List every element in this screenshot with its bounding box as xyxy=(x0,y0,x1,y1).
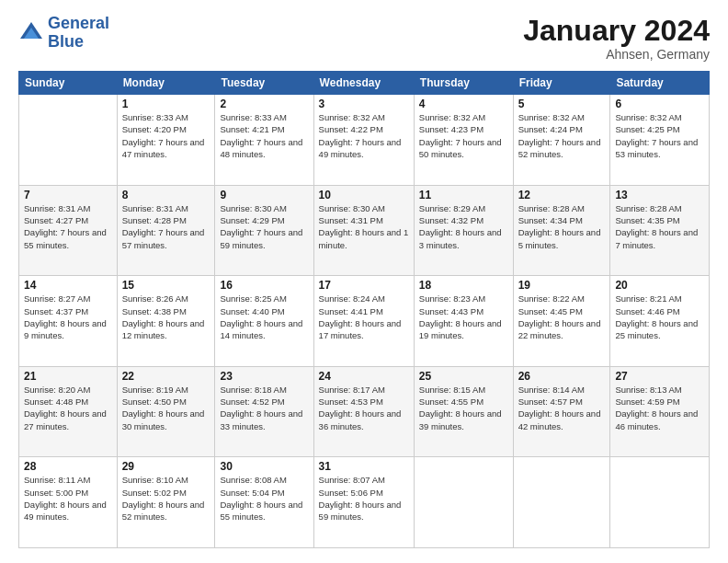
calendar-cell-w3-d1: 14Sunrise: 8:27 AM Sunset: 4:37 PM Dayli… xyxy=(19,276,118,367)
day-number: 5 xyxy=(518,98,606,110)
title-section: January 2024 Ahnsen, Germany xyxy=(523,15,710,62)
day-number: 6 xyxy=(615,98,704,110)
day-info: Sunrise: 8:19 AM Sunset: 4:50 PM Dayligh… xyxy=(122,384,210,432)
day-number: 11 xyxy=(419,189,508,201)
day-number: 10 xyxy=(319,189,409,201)
day-number: 2 xyxy=(220,98,308,110)
day-number: 26 xyxy=(518,370,606,383)
day-number: 13 xyxy=(615,189,704,201)
calendar-cell-w1-d3: 2Sunrise: 8:33 AM Sunset: 4:21 PM Daylig… xyxy=(215,95,313,186)
day-info: Sunrise: 8:22 AM Sunset: 4:45 PM Dayligh… xyxy=(518,293,606,341)
day-number: 23 xyxy=(220,370,308,383)
day-info: Sunrise: 8:30 AM Sunset: 4:29 PM Dayligh… xyxy=(220,202,308,251)
header-friday: Friday xyxy=(513,72,610,95)
calendar-cell-w5-d7 xyxy=(610,457,710,548)
calendar-cell-w1-d2: 1Sunrise: 8:33 AM Sunset: 4:20 PM Daylig… xyxy=(117,95,215,186)
calendar-week-4: 21Sunrise: 8:20 AM Sunset: 4:48 PM Dayli… xyxy=(19,366,710,457)
calendar-cell-w1-d7: 6Sunrise: 8:32 AM Sunset: 4:25 PM Daylig… xyxy=(610,95,710,186)
page: General Blue January 2024 Ahnsen, German… xyxy=(0,0,728,563)
day-number: 25 xyxy=(419,370,508,383)
logo-line1: General xyxy=(48,14,109,32)
calendar-cell-w4-d6: 26Sunrise: 8:14 AM Sunset: 4:57 PM Dayli… xyxy=(513,366,610,457)
calendar-cell-w1-d5: 4Sunrise: 8:32 AM Sunset: 4:23 PM Daylig… xyxy=(414,95,513,186)
calendar-cell-w5-d5 xyxy=(414,457,513,548)
day-number: 15 xyxy=(122,279,210,292)
header-saturday: Saturday xyxy=(610,72,710,95)
day-info: Sunrise: 8:30 AM Sunset: 4:31 PM Dayligh… xyxy=(319,202,409,251)
calendar-week-3: 14Sunrise: 8:27 AM Sunset: 4:37 PM Dayli… xyxy=(19,276,710,367)
calendar-cell-w1-d1 xyxy=(19,95,118,186)
day-number: 27 xyxy=(615,370,704,383)
logo-line2: Blue xyxy=(48,32,84,51)
day-info: Sunrise: 8:13 AM Sunset: 4:59 PM Dayligh… xyxy=(615,384,704,432)
day-info: Sunrise: 8:23 AM Sunset: 4:43 PM Dayligh… xyxy=(419,293,508,341)
day-number: 14 xyxy=(24,279,112,292)
day-number: 18 xyxy=(419,279,508,292)
calendar-cell-w3-d5: 18Sunrise: 8:23 AM Sunset: 4:43 PM Dayli… xyxy=(414,276,513,367)
logo-text: General Blue xyxy=(48,15,109,52)
calendar-header-row: Sunday Monday Tuesday Wednesday Thursday… xyxy=(19,72,710,95)
calendar-week-5: 28Sunrise: 8:11 AM Sunset: 5:00 PM Dayli… xyxy=(19,457,710,548)
day-number: 24 xyxy=(319,370,409,383)
day-number: 17 xyxy=(319,279,409,292)
header-monday: Monday xyxy=(117,72,215,95)
calendar-week-1: 1Sunrise: 8:33 AM Sunset: 4:20 PM Daylig… xyxy=(19,95,710,186)
calendar-table: Sunday Monday Tuesday Wednesday Thursday… xyxy=(18,71,710,548)
day-number: 22 xyxy=(122,370,210,383)
day-info: Sunrise: 8:32 AM Sunset: 4:22 PM Dayligh… xyxy=(319,111,409,160)
logo-icon xyxy=(18,20,44,46)
calendar-cell-w1-d6: 5Sunrise: 8:32 AM Sunset: 4:24 PM Daylig… xyxy=(513,95,610,186)
calendar-cell-w2-d5: 11Sunrise: 8:29 AM Sunset: 4:32 PM Dayli… xyxy=(414,185,513,276)
day-info: Sunrise: 8:27 AM Sunset: 4:37 PM Dayligh… xyxy=(24,293,112,341)
day-info: Sunrise: 8:31 AM Sunset: 4:27 PM Dayligh… xyxy=(24,202,112,251)
calendar-cell-w5-d4: 31Sunrise: 8:07 AM Sunset: 5:06 PM Dayli… xyxy=(313,457,414,548)
day-info: Sunrise: 8:21 AM Sunset: 4:46 PM Dayligh… xyxy=(615,293,704,341)
day-number: 16 xyxy=(220,279,308,292)
day-info: Sunrise: 8:11 AM Sunset: 5:00 PM Dayligh… xyxy=(24,474,112,523)
calendar-cell-w2-d3: 9Sunrise: 8:30 AM Sunset: 4:29 PM Daylig… xyxy=(215,185,313,276)
day-number: 31 xyxy=(319,460,409,473)
day-info: Sunrise: 8:07 AM Sunset: 5:06 PM Dayligh… xyxy=(319,474,409,523)
day-info: Sunrise: 8:14 AM Sunset: 4:57 PM Dayligh… xyxy=(518,384,606,432)
calendar-cell-w2-d6: 12Sunrise: 8:28 AM Sunset: 4:34 PM Dayli… xyxy=(513,185,610,276)
calendar-cell-w5-d2: 29Sunrise: 8:10 AM Sunset: 5:02 PM Dayli… xyxy=(117,457,215,548)
calendar-cell-w2-d2: 8Sunrise: 8:31 AM Sunset: 4:28 PM Daylig… xyxy=(117,185,215,276)
calendar-cell-w4-d3: 23Sunrise: 8:18 AM Sunset: 4:52 PM Dayli… xyxy=(215,366,313,457)
header: General Blue January 2024 Ahnsen, German… xyxy=(18,15,710,62)
header-tuesday: Tuesday xyxy=(215,72,313,95)
calendar-cell-w3-d2: 15Sunrise: 8:26 AM Sunset: 4:38 PM Dayli… xyxy=(117,276,215,367)
day-info: Sunrise: 8:20 AM Sunset: 4:48 PM Dayligh… xyxy=(24,384,112,432)
day-info: Sunrise: 8:32 AM Sunset: 4:23 PM Dayligh… xyxy=(419,111,508,160)
day-info: Sunrise: 8:25 AM Sunset: 4:40 PM Dayligh… xyxy=(220,293,308,341)
day-info: Sunrise: 8:31 AM Sunset: 4:28 PM Dayligh… xyxy=(122,202,210,251)
header-sunday: Sunday xyxy=(19,72,118,95)
day-number: 3 xyxy=(319,98,409,110)
calendar-cell-w2-d4: 10Sunrise: 8:30 AM Sunset: 4:31 PM Dayli… xyxy=(313,185,414,276)
day-info: Sunrise: 8:33 AM Sunset: 4:20 PM Dayligh… xyxy=(122,111,210,160)
month-title: January 2024 xyxy=(523,15,710,47)
subtitle: Ahnsen, Germany xyxy=(523,47,710,62)
calendar-cell-w4-d7: 27Sunrise: 8:13 AM Sunset: 4:59 PM Dayli… xyxy=(610,366,710,457)
calendar-cell-w3-d4: 17Sunrise: 8:24 AM Sunset: 4:41 PM Dayli… xyxy=(313,276,414,367)
calendar-cell-w2-d7: 13Sunrise: 8:28 AM Sunset: 4:35 PM Dayli… xyxy=(610,185,710,276)
day-number: 21 xyxy=(24,370,112,383)
calendar-cell-w4-d5: 25Sunrise: 8:15 AM Sunset: 4:55 PM Dayli… xyxy=(414,366,513,457)
header-wednesday: Wednesday xyxy=(313,72,414,95)
day-number: 20 xyxy=(615,279,704,292)
calendar-cell-w5-d3: 30Sunrise: 8:08 AM Sunset: 5:04 PM Dayli… xyxy=(215,457,313,548)
header-thursday: Thursday xyxy=(414,72,513,95)
day-info: Sunrise: 8:18 AM Sunset: 4:52 PM Dayligh… xyxy=(220,384,308,432)
day-number: 29 xyxy=(122,460,210,473)
day-number: 8 xyxy=(122,189,210,201)
day-info: Sunrise: 8:32 AM Sunset: 4:24 PM Dayligh… xyxy=(518,111,606,160)
day-info: Sunrise: 8:33 AM Sunset: 4:21 PM Dayligh… xyxy=(220,111,308,160)
logo: General Blue xyxy=(18,15,109,52)
day-info: Sunrise: 8:28 AM Sunset: 4:35 PM Dayligh… xyxy=(615,202,704,251)
calendar-cell-w5-d6 xyxy=(513,457,610,548)
calendar-cell-w2-d1: 7Sunrise: 8:31 AM Sunset: 4:27 PM Daylig… xyxy=(19,185,118,276)
day-info: Sunrise: 8:10 AM Sunset: 5:02 PM Dayligh… xyxy=(122,474,210,523)
day-number: 9 xyxy=(220,189,308,201)
day-info: Sunrise: 8:29 AM Sunset: 4:32 PM Dayligh… xyxy=(419,202,508,251)
day-info: Sunrise: 8:28 AM Sunset: 4:34 PM Dayligh… xyxy=(518,202,606,251)
day-number: 1 xyxy=(122,98,210,110)
